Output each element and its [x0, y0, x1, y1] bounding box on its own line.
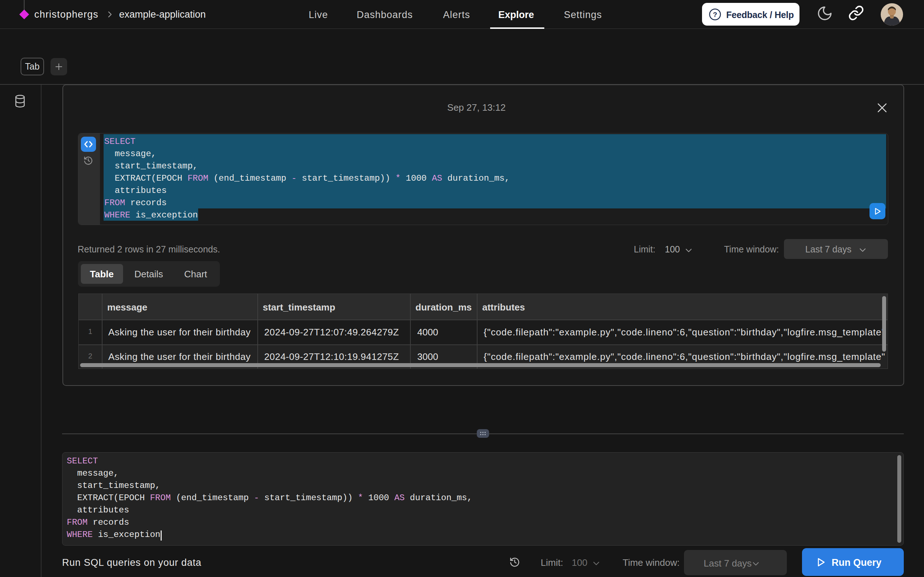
- svg-text:?: ?: [713, 11, 717, 18]
